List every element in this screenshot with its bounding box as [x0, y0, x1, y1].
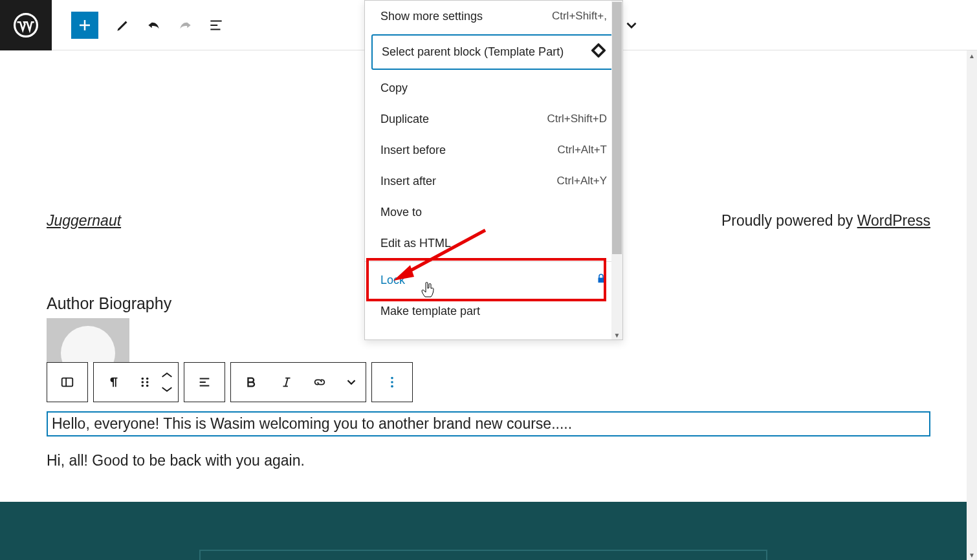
svg-point-13 — [391, 377, 393, 380]
chevron-down-icon — [623, 17, 640, 34]
avatar-circle-icon — [61, 326, 115, 362]
bold-button[interactable] — [231, 363, 271, 402]
align-button[interactable] — [184, 363, 225, 402]
lock-icon — [595, 273, 607, 288]
scroll-down-arrow-icon[interactable]: ▼ — [611, 330, 622, 339]
list-view-icon — [208, 17, 225, 34]
chevron-down-icon — [344, 375, 358, 389]
kebab-icon — [385, 375, 399, 389]
block-type-button[interactable] — [47, 363, 87, 402]
author-avatar-placeholder[interactable] — [47, 318, 129, 362]
menu-shortcut: Ctrl+Alt+T — [557, 144, 607, 156]
menu-label: Show more settings — [380, 10, 483, 23]
menu-duplicate[interactable]: Duplicate Ctrl+Shift+D — [365, 103, 622, 135]
menu-select-parent-block[interactable]: Select parent block (Template Part) — [371, 34, 616, 70]
svg-point-0 — [15, 14, 38, 36]
svg-rect-5 — [62, 378, 73, 387]
wordpress-logo-button[interactable] — [0, 0, 52, 50]
svg-point-11 — [142, 385, 144, 387]
menu-shortcut: Ctrl+Alt+Y — [557, 175, 607, 188]
align-left-icon — [197, 375, 212, 389]
menu-label: Lock — [380, 274, 405, 287]
menu-make-template-part[interactable]: Make template part — [365, 296, 622, 327]
menu-copy[interactable]: Copy — [365, 72, 622, 103]
document-overview-button[interactable] — [201, 10, 232, 41]
menu-label: Move to — [380, 206, 422, 219]
pilcrow-icon — [107, 375, 121, 389]
scroll-up-arrow-icon[interactable]: ▲ — [967, 50, 977, 61]
svg-point-15 — [391, 385, 393, 388]
edit-mode-button[interactable] — [107, 10, 138, 41]
svg-point-14 — [391, 381, 393, 383]
menu-label: Make template part — [380, 305, 480, 318]
menu-label: Copy — [380, 81, 408, 95]
columns-icon — [60, 375, 74, 389]
menu-scrollbar[interactable]: ▲ ▼ — [611, 1, 622, 339]
link-icon — [313, 375, 327, 389]
plus-icon — [77, 17, 93, 33]
menu-insert-before[interactable]: Insert before Ctrl+Alt+T — [365, 135, 622, 166]
menu-scrollbar-thumb[interactable] — [612, 2, 622, 254]
redo-button[interactable] — [170, 10, 201, 41]
menu-move-to[interactable]: Move to — [365, 197, 622, 228]
block-options-menu: Show more settings Ctrl+Shift+, Select p… — [364, 0, 623, 340]
menu-shortcut: Ctrl+Shift+, — [552, 10, 607, 23]
undo-icon — [146, 17, 162, 34]
menu-label: Duplicate — [380, 113, 429, 126]
menu-label: Insert after — [380, 175, 436, 188]
svg-point-7 — [142, 378, 144, 380]
menu-insert-after[interactable]: Insert after Ctrl+Alt+Y — [365, 166, 622, 197]
menu-label: Select parent block (Template Part) — [382, 45, 564, 59]
link-button[interactable] — [302, 363, 337, 402]
scroll-down-arrow-icon[interactable]: ▼ — [967, 550, 977, 560]
italic-button[interactable] — [271, 363, 302, 402]
redo-icon — [177, 17, 193, 34]
hand-cursor-icon — [421, 282, 435, 303]
powered-by-text: Proudly powered by WordPress — [721, 212, 930, 230]
menu-lock[interactable]: Lock — [365, 264, 622, 296]
menu-label: Insert before — [380, 144, 446, 157]
site-title-link[interactable]: Juggernaut — [47, 212, 121, 230]
chevron-up-icon — [160, 368, 174, 382]
italic-icon — [280, 375, 294, 389]
template-footer-area[interactable] — [0, 502, 967, 560]
svg-point-9 — [142, 381, 144, 383]
selected-paragraph-block[interactable]: Hello, everyone! This is Wasim welcoming… — [47, 411, 930, 436]
paragraph-block[interactable]: Hi, all! Good to be back with you again. — [47, 452, 930, 469]
more-rich-text-button[interactable] — [337, 363, 366, 402]
template-part-icon — [591, 43, 606, 61]
menu-shortcut: Ctrl+Shift+D — [547, 113, 607, 125]
menu-separator — [365, 261, 622, 262]
block-more-options-button[interactable] — [372, 363, 412, 402]
svg-point-10 — [146, 381, 149, 383]
menu-edit-as-html[interactable]: Edit as HTML — [365, 228, 622, 259]
move-up-down-buttons[interactable] — [156, 363, 178, 402]
add-block-button[interactable] — [71, 12, 98, 39]
paragraph-style-button[interactable] — [94, 363, 134, 402]
drag-dots-icon — [138, 375, 152, 389]
menu-show-more-settings[interactable]: Show more settings Ctrl+Shift+, — [365, 1, 622, 32]
pencil-icon — [115, 17, 131, 34]
svg-point-12 — [146, 385, 149, 387]
block-toolbar — [47, 362, 930, 402]
wordpress-link[interactable]: WordPress — [857, 212, 930, 229]
footer-inner-frame — [199, 550, 767, 560]
svg-point-8 — [146, 378, 149, 380]
menu-label: Edit as HTML — [380, 237, 451, 250]
bold-icon — [244, 375, 258, 389]
chevron-down-icon — [160, 382, 174, 396]
undo-button[interactable] — [138, 10, 170, 41]
page-scrollbar[interactable]: ▲ ▼ — [967, 50, 977, 560]
drag-handle[interactable] — [134, 363, 156, 402]
wordpress-icon — [14, 13, 38, 38]
